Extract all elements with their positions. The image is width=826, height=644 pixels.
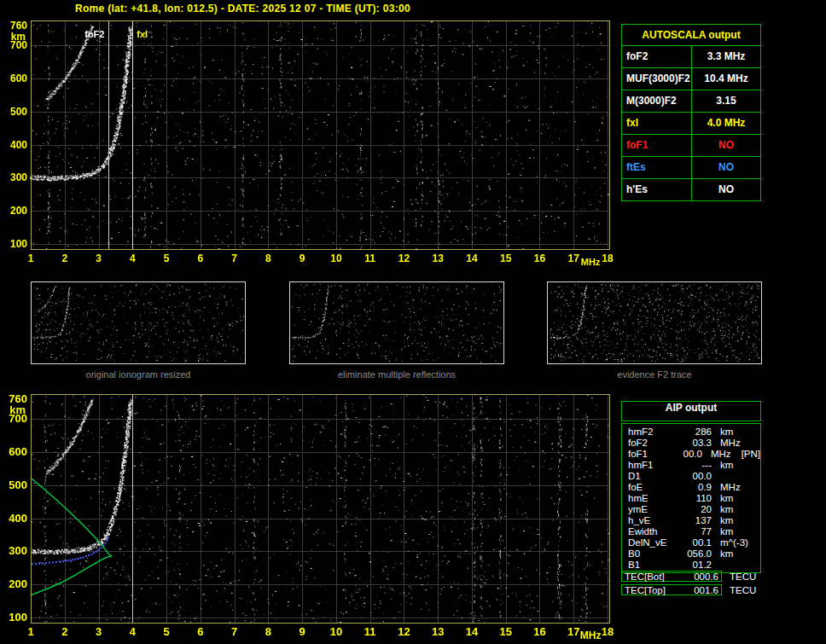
param-unit: MHz	[712, 438, 753, 449]
param-extra: [PN]	[740, 449, 760, 460]
table-row: D1 00.0	[622, 471, 760, 482]
param-extra	[753, 537, 754, 548]
param-label: Ewidth	[622, 526, 681, 537]
aip-output-table: hmF2 286 km foF2 03.3 MHz foF1 00.0 MHz …	[621, 423, 761, 573]
tec-bottom-row: TEC[Bot] 000.6 TECU	[621, 571, 756, 582]
param-label: foF1	[622, 135, 692, 156]
param-value: 20	[681, 504, 712, 515]
param-value: 00.1	[681, 537, 712, 548]
param-unit	[712, 471, 753, 482]
param-label: ymE	[622, 504, 681, 515]
table-row: ymE 20 km	[622, 504, 760, 515]
param-unit: km	[712, 504, 753, 515]
param-value: 77	[681, 526, 712, 537]
tec-top-row: TEC[Top] 001.6 TECU	[621, 584, 756, 595]
param-value: 000.6	[679, 571, 718, 581]
table-row: h'Es NO	[622, 179, 760, 200]
param-value: 4.0 MHz	[692, 113, 760, 134]
param-unit: km	[712, 426, 753, 438]
param-label: B0	[622, 548, 681, 560]
param-label: hmF1	[622, 460, 681, 471]
param-unit: km	[712, 548, 753, 560]
param-unit: TECU	[730, 585, 756, 595]
table-row: foF2 03.3 MHz	[622, 438, 760, 449]
thumbnail-eliminate-reflections	[289, 281, 504, 364]
param-value: 03.3	[681, 438, 712, 449]
param-value: NO	[692, 157, 760, 178]
param-extra	[753, 515, 754, 526]
param-value: 01.2	[681, 560, 712, 571]
param-value: NO	[692, 135, 760, 156]
param-unit: m^(-3)	[712, 537, 753, 548]
param-extra	[753, 426, 754, 438]
param-extra	[753, 493, 754, 504]
param-value: 056.0	[681, 548, 712, 560]
station-date-header: Rome (lat: +41.8, lon: 012.5) - DATE: 20…	[75, 3, 410, 15]
param-label: h_vE	[622, 515, 681, 526]
param-extra	[753, 438, 754, 449]
param-extra	[753, 460, 754, 471]
thumbnail-original-ionogram	[31, 281, 246, 364]
tec-value-box: TEC[Bot] 000.6	[621, 571, 722, 582]
thumbnail-caption: eliminate multiple reflections	[289, 369, 504, 380]
param-unit: km	[712, 460, 753, 471]
thumbnail-evidence-f2-trace	[547, 281, 762, 364]
top-ionogram-chart	[0, 17, 614, 281]
table-row: B0 056.0 km	[622, 548, 760, 560]
param-value: 0.9	[681, 482, 712, 493]
table-row: Ewidth 77 km	[622, 526, 760, 537]
param-label: B1	[622, 560, 681, 571]
param-label: foF1	[622, 449, 675, 460]
param-label: fxI	[622, 113, 692, 134]
param-value: 3.15	[692, 90, 760, 112]
param-label: foE	[622, 482, 681, 493]
param-label: DelN_vE	[622, 537, 681, 548]
param-unit: km	[712, 493, 753, 504]
table-row: h_vE 137 km	[622, 515, 760, 526]
bottom-ionogram-chart	[0, 391, 614, 644]
table-row: M(3000)F2 3.15	[622, 90, 760, 113]
param-label: TEC[Bot]	[625, 571, 679, 581]
param-extra	[753, 560, 754, 571]
table-row: foF1 00.0 MHz [PN]	[622, 449, 760, 460]
table-row: foE 0.9 MHz	[622, 482, 760, 493]
param-value: 3.3 MHz	[692, 46, 760, 67]
param-label: MUF(3000)F2	[622, 68, 692, 90]
param-unit: MHz	[712, 482, 753, 493]
param-value: ---	[681, 460, 712, 471]
param-label: ftEs	[622, 157, 692, 178]
table-row: foF1 NO	[622, 135, 760, 157]
autoscala-table-header: AUTOSCALA output	[622, 25, 760, 46]
param-extra	[753, 526, 754, 537]
table-row: hmF1 --- km	[622, 460, 760, 471]
table-row: fxI 4.0 MHz	[622, 113, 760, 135]
param-extra	[753, 504, 754, 515]
tec-value-box: TEC[Top] 001.6	[621, 584, 722, 595]
param-value: 00.0	[681, 471, 712, 482]
param-value: 286	[681, 426, 712, 438]
param-label: foF2	[622, 438, 681, 449]
param-value: 10.4 MHz	[692, 68, 760, 90]
param-label: D1	[622, 471, 681, 482]
table-row: hmF2 286 km	[622, 426, 760, 438]
param-value: NO	[692, 179, 760, 200]
param-unit: km	[712, 526, 753, 537]
param-value: 137	[681, 515, 712, 526]
param-extra	[753, 482, 754, 493]
param-unit: TECU	[730, 571, 756, 582]
table-row: DelN_vE 00.1 m^(-3)	[622, 537, 760, 548]
table-row: ftEs NO	[622, 157, 760, 179]
param-value: 110	[681, 493, 712, 504]
param-label: hmF2	[622, 426, 681, 438]
table-row: B1 01.2	[622, 560, 760, 571]
param-unit: MHz	[702, 449, 740, 460]
param-label: h'Es	[622, 179, 692, 200]
param-value: 00.0	[675, 449, 702, 460]
param-extra	[753, 471, 754, 482]
param-label: M(3000)F2	[622, 90, 692, 112]
param-unit: km	[712, 515, 753, 526]
aip-output-header: AIP output	[621, 401, 761, 421]
thumbnail-caption: original ionogram resized	[31, 369, 246, 380]
thumbnail-caption: evidence F2 trace	[547, 369, 762, 380]
table-row: MUF(3000)F2 10.4 MHz	[622, 68, 760, 90]
